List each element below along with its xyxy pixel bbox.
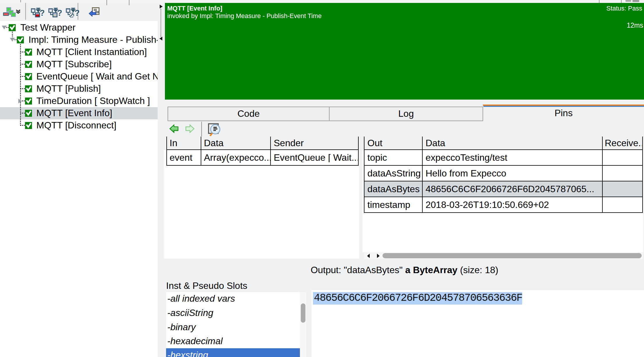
svg-text:?: ? <box>57 8 62 17</box>
svg-text:?: ? <box>40 8 44 17</box>
svg-text:?: ? <box>74 8 79 17</box>
